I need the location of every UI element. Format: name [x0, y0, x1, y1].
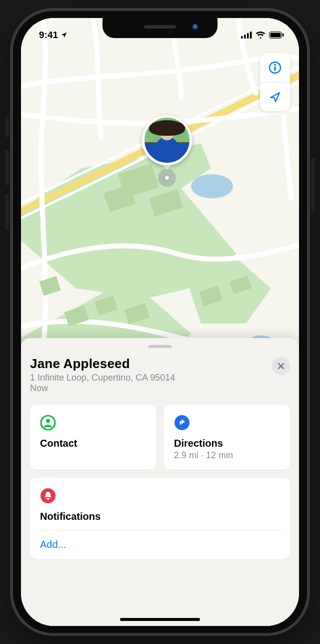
notifications-card-label: Notifications: [40, 511, 280, 522]
cellular-signal-icon: [241, 32, 252, 39]
map-info-button[interactable]: [260, 53, 290, 82]
person-detail-sheet: Jane Appleseed 1 Infinite Loop, Cupertin…: [21, 338, 299, 626]
notifications-card: Notifications Add...: [30, 478, 290, 559]
screen: 9:41: [21, 18, 299, 626]
svg-point-8: [191, 174, 233, 198]
svg-point-23: [274, 64, 276, 66]
map-tools: [260, 53, 290, 111]
volume-down-button: [5, 194, 9, 229]
speaker-grille: [144, 25, 176, 29]
home-indicator[interactable]: [120, 618, 200, 621]
locate-arrow-icon: [268, 90, 282, 104]
person-name: Jane Appleseed: [30, 356, 272, 372]
avatar: [142, 115, 192, 165]
divider: [38, 530, 282, 531]
volume-up-button: [5, 150, 9, 185]
location-services-icon: [60, 32, 68, 39]
notifications-icon: [40, 488, 56, 504]
map-locate-button[interactable]: [260, 82, 290, 111]
directions-card-label: Directions: [174, 438, 280, 449]
location-accuracy-dot: [158, 169, 176, 187]
directions-card-detail: 2.9 mi · 12 min: [174, 450, 280, 461]
battery-icon: [269, 32, 284, 39]
svg-rect-5: [270, 33, 281, 38]
directions-icon: [174, 415, 190, 431]
person-address: 1 Infinite Loop, Cupertino, CA 95014: [30, 373, 272, 383]
contact-card[interactable]: Contact: [30, 405, 156, 470]
device-notch: [102, 18, 218, 38]
status-time: 9:41: [39, 30, 58, 41]
contact-icon: [40, 415, 56, 431]
device-frame: 9:41: [10, 8, 310, 636]
svg-rect-3: [250, 32, 252, 39]
wifi-icon: [256, 32, 266, 39]
directions-card[interactable]: Directions 2.9 mi · 12 min: [164, 405, 290, 470]
close-button[interactable]: [272, 357, 290, 375]
side-button: [311, 158, 315, 212]
info-icon: [268, 61, 282, 75]
svg-rect-0: [241, 36, 243, 39]
sheet-grabber[interactable]: [148, 345, 172, 348]
contact-card-label: Contact: [40, 438, 146, 449]
person-timestamp: Now: [30, 383, 272, 394]
svg-rect-6: [282, 34, 284, 37]
front-camera: [192, 24, 198, 30]
person-location-pin[interactable]: [142, 115, 192, 187]
svg-rect-2: [247, 33, 249, 39]
notifications-add-button[interactable]: Add...: [40, 539, 280, 550]
svg-rect-1: [244, 35, 246, 39]
svg-point-26: [46, 419, 50, 423]
close-icon: [278, 363, 284, 370]
silence-switch: [5, 116, 9, 137]
svg-rect-24: [274, 67, 276, 71]
